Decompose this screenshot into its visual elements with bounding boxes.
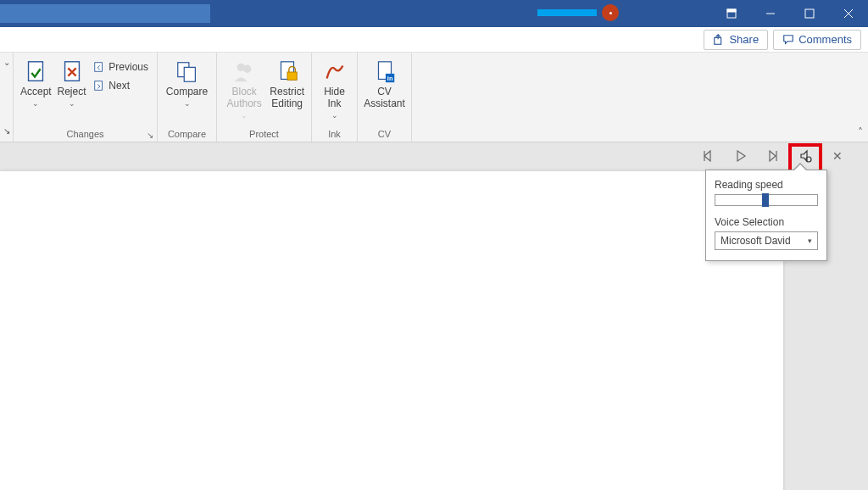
document-area: ✕ Reading speed Voice Selection Microsof… — [0, 142, 868, 490]
compare-group-label: Compare — [163, 127, 211, 142]
collapse-ribbon-button[interactable]: ˄ — [858, 126, 863, 138]
comments-button[interactable]: Comments — [773, 30, 861, 50]
next-change-button[interactable]: Next — [90, 78, 152, 93]
share-label: Share — [729, 33, 759, 46]
read-aloud-close-button[interactable]: ✕ — [827, 146, 848, 166]
next-label: Next — [108, 80, 130, 92]
hide-ink-label: Hide Ink — [319, 86, 350, 110]
ink-group-label: Ink — [317, 127, 352, 142]
read-aloud-previous-button[interactable] — [698, 146, 719, 166]
title-bar — [0, 0, 868, 27]
reject-icon — [59, 59, 85, 85]
voice-selection-dropdown[interactable]: Microsoft David ▾ — [715, 231, 818, 250]
document-title-placeholder — [0, 4, 210, 23]
restrict-editing-button[interactable]: Restrict Editing — [268, 54, 306, 114]
svg-rect-12 — [184, 67, 195, 81]
block-authors-icon — [231, 59, 257, 85]
maximize-button[interactable] — [790, 0, 829, 27]
chevron-down-icon: ⌄ — [69, 99, 75, 108]
svg-rect-16 — [287, 72, 297, 80]
ribbon-group-cv: in CV Assistant CV — [358, 53, 412, 142]
share-button[interactable]: Share — [704, 30, 768, 50]
reject-label: Reject — [57, 86, 86, 98]
accept-icon — [23, 59, 48, 85]
chevron-down-icon: ⌄ — [32, 99, 39, 108]
restrict-editing-icon — [275, 59, 300, 85]
compare-icon — [175, 59, 200, 85]
ribbon-leading-column: ⌄ ↘ — [0, 53, 14, 142]
voice-selection-value: Microsoft David — [721, 235, 791, 247]
title-center — [458, 4, 619, 21]
unsaved-indicator-icon — [602, 4, 619, 21]
restrict-label: Restrict Editing — [270, 86, 304, 110]
slider-thumb[interactable] — [762, 193, 769, 207]
minimize-button[interactable] — [751, 0, 790, 27]
previous-change-button[interactable]: Previous — [90, 59, 152, 75]
cv-assistant-button[interactable]: in CV Assistant — [362, 54, 407, 114]
hide-ink-icon — [322, 59, 348, 85]
next-icon — [93, 80, 105, 92]
chevron-down-icon: ⌄ — [241, 111, 248, 120]
changes-group-label: Changes — [19, 127, 152, 142]
compare-label: Compare — [166, 86, 208, 98]
reading-speed-label: Reading speed — [715, 179, 818, 191]
ribbon: ⌄ ↘ Accept ⌄ — [0, 53, 868, 142]
svg-rect-3 — [805, 9, 814, 18]
comments-label: Comments — [798, 33, 852, 46]
hide-ink-button[interactable]: Hide Ink ⌄ — [317, 54, 352, 123]
collab-bar: Share Comments — [0, 27, 868, 53]
cv-assistant-icon: in — [372, 59, 398, 85]
ribbon-group-protect: Block Authors ⌄ Restrict Editing Protect — [217, 53, 312, 142]
previous-icon — [93, 61, 105, 73]
ribbon-leading-top[interactable]: ⌄ — [2, 58, 11, 70]
reading-speed-slider[interactable] — [715, 194, 818, 206]
voice-selection-label: Voice Selection — [715, 216, 818, 228]
accept-button[interactable]: Accept ⌄ — [19, 54, 53, 111]
autosave-strip — [537, 9, 597, 16]
chevron-down-icon: ▾ — [808, 237, 812, 245]
read-aloud-next-button[interactable] — [763, 146, 783, 166]
ribbon-display-options-button[interactable] — [712, 0, 751, 27]
chevron-down-icon: ⌄ — [184, 99, 191, 108]
reject-button[interactable]: Reject ⌄ — [55, 54, 89, 111]
ribbon-leading-bottom[interactable]: ↘ — [2, 126, 11, 138]
block-authors-button: Block Authors ⌄ — [222, 54, 266, 123]
ribbon-group-changes: Accept ⌄ Reject ⌄ Previous — [14, 53, 158, 142]
protect-group-label: Protect — [222, 127, 306, 142]
previous-label: Previous — [108, 61, 148, 73]
document-page[interactable] — [0, 171, 783, 490]
cv-assistant-label: CV Assistant — [364, 86, 405, 110]
ribbon-group-compare: Compare ⌄ Compare — [158, 53, 217, 142]
read-aloud-settings-popup: Reading speed Voice Selection Microsoft … — [705, 170, 827, 261]
svg-rect-1 — [727, 9, 736, 12]
block-authors-label: Block Authors — [224, 86, 264, 110]
changes-dialog-launcher[interactable]: ↘ — [145, 130, 155, 140]
cv-group-label: CV — [363, 127, 406, 142]
read-aloud-toolbar: ✕ — [693, 142, 853, 170]
chevron-down-icon: ⌄ — [331, 111, 338, 120]
compare-button[interactable]: Compare ⌄ — [165, 54, 209, 111]
read-aloud-play-button[interactable] — [731, 146, 751, 166]
ribbon-group-ink: Hide Ink ⌄ Ink — [312, 53, 358, 142]
svg-point-14 — [243, 65, 251, 73]
accept-label: Accept — [20, 86, 52, 98]
svg-rect-7 — [29, 62, 43, 81]
svg-rect-10 — [95, 81, 103, 91]
close-window-button[interactable] — [829, 0, 868, 27]
svg-text:in: in — [387, 75, 392, 82]
